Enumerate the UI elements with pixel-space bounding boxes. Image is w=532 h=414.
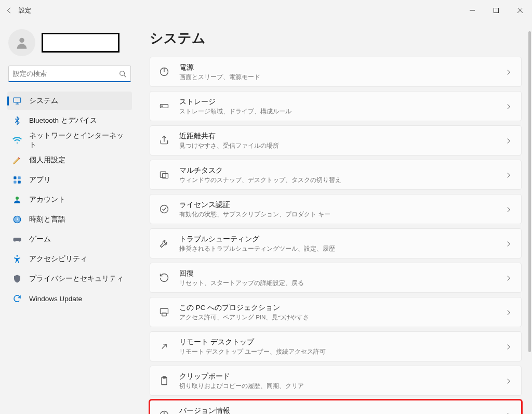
profile-section [5,26,134,66]
recovery-icon [158,272,170,283]
time-icon [12,215,22,224]
svg-rect-13 [18,181,21,184]
svg-point-4 [19,38,24,43]
card-about[interactable]: バージョン情報デバイス仕様、PC 名変更、Windows 仕様 [150,400,522,414]
chevron-right-icon [506,68,513,75]
chevron-right-icon [506,240,513,247]
chevron-right-icon [506,274,513,281]
card-subtitle: 切り取りおよびコピーの履歴、同期、クリア [179,382,496,390]
avatar [8,29,35,56]
back-button[interactable] [5,6,14,15]
card-text: マルチタスクウィンドウのスナップ、デスクトップ、タスクの切り替え [179,166,496,184]
sidebar-item-network[interactable]: ネットワークとインターネット [7,131,132,150]
chevron-right-icon [506,205,513,213]
sidebar-item-label: 個人用設定 [29,156,65,165]
sidebar-item-update[interactable]: Windows Update [7,289,132,308]
card-clipboard[interactable]: クリップボード切り取りおよびコピーの履歴、同期、クリア [150,366,522,396]
card-projection[interactable]: この PC へのプロジェクションアクセス許可、ペアリング PIN、見つけやすさ [150,297,522,327]
personalize-icon [12,156,22,165]
storage-icon [158,100,170,112]
card-subtitle: 有効化の状態、サブスクリプション、プロダクト キー [179,211,496,218]
bluetooth-icon [12,116,22,125]
sidebar-item-time[interactable]: 時刻と言語 [7,210,132,229]
card-subtitle: リセット、スタートアップの詳細設定、戻る [179,279,496,287]
scrollbar-thumb[interactable] [528,31,531,352]
main-content: システム 電源画面とスリープ、電源モードストレージストレージ領域、ドライブ、構成… [139,21,532,414]
svg-line-6 [124,75,126,77]
sidebar-item-label: ネットワークとインターネット [29,131,127,150]
svg-point-31 [164,413,164,413]
card-recovery[interactable]: 回復リセット、スタートアップの詳細設定、戻る [150,263,522,293]
svg-rect-10 [14,176,16,179]
search-input[interactable] [13,70,119,77]
sidebar-item-label: アプリ [29,175,51,185]
sidebar-item-system[interactable]: システム [7,92,132,110]
card-share[interactable]: 近距離共有見つけやすさ、受信ファイルの場所 [150,125,522,156]
chevron-right-icon [506,308,513,316]
maximize-button[interactable] [484,0,508,21]
chevron-right-icon [506,377,513,384]
svg-point-5 [120,71,125,75]
sidebar-item-label: 時刻と言語 [29,215,65,224]
gaming-icon [12,235,22,244]
card-storage[interactable]: ストレージストレージ領域、ドライブ、構成ルール [150,91,522,121]
remote-icon [158,341,170,352]
titlebar: 設定 [0,0,532,21]
accessibility-icon [12,254,22,264]
scrollbar[interactable] [528,31,531,409]
page-title: システム [150,29,522,47]
sidebar-item-account[interactable]: アカウント [7,190,132,209]
svg-rect-26 [162,313,166,316]
card-title: ストレージ [179,97,496,107]
svg-rect-22 [161,172,166,177]
clipboard-icon [158,375,170,386]
sidebar-item-personalize[interactable]: 個人用設定 [7,151,132,170]
troubleshoot-icon [158,238,170,249]
close-button[interactable] [508,0,532,21]
chevron-right-icon [506,137,513,144]
search-box[interactable] [8,66,131,82]
sidebar-item-gaming[interactable]: ゲーム [7,230,132,249]
privacy-icon [12,274,22,283]
svg-point-21 [162,106,163,107]
card-troubleshoot[interactable]: トラブルシューティング推奨されるトラブルシューティングツール、設定、履歴 [150,228,522,258]
share-icon [158,135,170,146]
system-icon [12,96,22,106]
card-remote[interactable]: リモート デスクトップリモート デスクトップ ユーザー、接続アクセス許可 [150,331,522,361]
card-subtitle: アクセス許可、ペアリング PIN、見つけやすさ [179,314,496,321]
window-title: 設定 [19,6,31,15]
chevron-right-icon [506,171,513,178]
settings-cards: 電源画面とスリープ、電源モードストレージストレージ領域、ドライブ、構成ルール近距… [150,57,522,414]
sidebar-item-accessibility[interactable]: アクセシビリティ [7,250,132,268]
card-title: マルチタスク [179,166,496,175]
chevron-right-icon [506,343,513,350]
sidebar-item-label: アクセシビリティ [29,254,87,264]
sidebar-item-bluetooth[interactable]: Bluetooth とデバイス [7,111,132,130]
sidebar-item-privacy[interactable]: プライバシーとセキュリティ [7,269,132,288]
card-subtitle: 見つけやすさ、受信ファイルの場所 [179,142,496,150]
profile-name-redacted [42,33,119,53]
card-title: この PC へのプロジェクション [179,303,496,313]
minimize-button[interactable] [460,0,484,21]
network-icon [12,136,22,145]
svg-rect-7 [14,98,21,102]
update-icon [12,294,22,303]
sidebar: システムBluetooth とデバイスネットワークとインターネット個人用設定アプ… [0,21,139,414]
multitask-icon [158,169,170,180]
apps-icon [12,175,22,185]
card-text: ライセンス認証有効化の状態、サブスクリプション、プロダクト キー [179,200,496,218]
sidebar-item-apps[interactable]: アプリ [7,171,132,189]
card-title: リモート デスクトップ [179,338,496,347]
search-icon [119,70,126,77]
card-activation[interactable]: ライセンス認証有効化の状態、サブスクリプション、プロダクト キー [150,194,522,224]
nav-list: システムBluetooth とデバイスネットワークとインターネット個人用設定アプ… [5,89,134,310]
svg-rect-11 [18,176,21,179]
card-subtitle: ストレージ領域、ドライブ、構成ルール [179,108,496,115]
account-icon [12,195,22,204]
svg-rect-1 [494,8,499,13]
card-title: クリップボード [179,372,496,381]
svg-point-14 [16,197,19,200]
card-multitask[interactable]: マルチタスクウィンドウのスナップ、デスクトップ、タスクの切り替え [150,160,522,190]
card-power[interactable]: 電源画面とスリープ、電源モード [150,57,522,87]
projection-icon [158,306,170,318]
